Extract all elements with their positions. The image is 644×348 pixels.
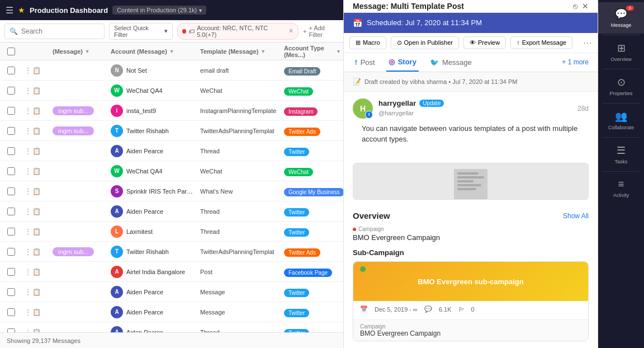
message-icon: 📋 xyxy=(32,268,41,276)
template-name: WeChat xyxy=(198,87,282,94)
more-actions-icon[interactable]: ⋮ xyxy=(25,208,31,215)
row-checkbox[interactable] xyxy=(7,248,15,256)
more-actions-icon[interactable]: ⋮ xyxy=(25,87,31,95)
author-section: H f harrygellar Update @harrygellar 28d … xyxy=(344,92,598,158)
table-row[interactable]: ⋮ 📋 ingrn sub... T Twitter Rishabh Twitt… xyxy=(0,242,343,262)
right-panel-message[interactable]: 0 💬 Message xyxy=(598,2,644,34)
message-panel: Message: Multi Template Post ⎋ ✕ 📅 Sched… xyxy=(344,0,598,348)
quick-filter-button[interactable]: Select Quick Filter ▾ xyxy=(109,23,173,40)
table-header: (Message) ▼ Account (Message) ▼ Template… xyxy=(0,43,343,60)
account-filter-tag[interactable]: 🏷 Account: NRC, NTC, NTC 5.0(+7) ✕ xyxy=(177,23,299,40)
message-icon: 📋 xyxy=(32,248,41,256)
right-panel-tasks[interactable]: ☰ Tasks xyxy=(598,139,644,170)
table-row[interactable]: ⋮ 📋 ingrn sub... i insta_test9 Instagram… xyxy=(0,101,343,121)
remove-filter-icon[interactable]: ✕ xyxy=(288,27,293,35)
template-name: Thread xyxy=(198,208,282,215)
table-row[interactable]: ⋮ 📋 S Sprinklr IRIS Tech Park,... What's… xyxy=(0,181,343,201)
template-name: What's New xyxy=(198,188,282,195)
avatar: W xyxy=(111,165,123,177)
table-row[interactable]: ⋮ 📋 A Aiden Pearce Message Twitter xyxy=(0,282,343,302)
right-panel-overview[interactable]: ⊞ Overview xyxy=(598,36,644,68)
more-actions-icon[interactable]: ⋮ xyxy=(25,127,31,135)
more-actions-icon[interactable]: ⋮ xyxy=(25,147,31,155)
more-actions-icon[interactable]: ⋮ xyxy=(25,107,31,115)
row-checkbox[interactable] xyxy=(7,167,15,175)
more-actions-icon[interactable]: ⋮ xyxy=(25,248,31,256)
table-row[interactable]: ⋮ 📋 N Not Set email draft Email Draft xyxy=(0,60,343,81)
select-all-checkbox[interactable] xyxy=(7,48,15,55)
table-row[interactable]: ⋮ 📋 W WeChat QA4 WeChat WeChat xyxy=(0,161,343,181)
show-all-button[interactable]: Show All xyxy=(563,212,589,220)
tab-message[interactable]: 🐦 Message xyxy=(428,54,474,71)
content-selector[interactable]: Content in Production (29.1k) ▾ xyxy=(112,6,206,15)
story-icon: ◎ xyxy=(389,58,395,66)
message-tabs: f Post ◎ Story 🐦 Message + 1 more xyxy=(344,53,598,72)
row-checkbox[interactable] xyxy=(7,107,15,115)
more-tabs-button[interactable]: + 1 more xyxy=(562,58,589,66)
overview-title: Overview xyxy=(353,211,390,220)
template-name: TwitterAdsPlanningTemplat xyxy=(198,128,282,134)
export-button[interactable]: ↑ Export Message xyxy=(510,36,572,49)
account-name: Laxmitest xyxy=(126,228,153,235)
table-row[interactable]: ⋮ 📋 A Aiden Pearce Thread Twitter xyxy=(0,141,343,161)
macro-button[interactable]: ⊞ Macro xyxy=(349,36,386,49)
more-actions-icon[interactable]: ⋮ xyxy=(25,187,31,195)
table-row[interactable]: ⋮ 📋 W WeChat QA4 WeChat WeChat xyxy=(0,81,343,101)
more-actions-icon[interactable]: ⋮ xyxy=(25,328,31,333)
collaborate-icon: 👥 xyxy=(615,110,627,123)
right-panel-collaborate[interactable]: 👥 Collaborate xyxy=(598,105,644,136)
table-row[interactable]: ⋮ 📋 L Laxmitest Thread Twitter xyxy=(0,222,343,242)
more-actions-icon[interactable]: ⋮ xyxy=(25,308,31,316)
sub-campaign-card[interactable]: BMO Evergreen sub-campaign 📅 Dec 5, 2019… xyxy=(353,261,589,341)
search-input[interactable] xyxy=(21,27,100,35)
activity-icon: ≡ xyxy=(618,178,624,190)
row-checkbox[interactable] xyxy=(7,308,15,316)
more-actions-icon[interactable]: ⋮ xyxy=(25,167,31,175)
star-icon[interactable]: ★ xyxy=(18,6,25,15)
row-checkbox[interactable] xyxy=(7,67,15,74)
table-row[interactable]: ⋮ 📋 A Aiden Pearce Thread Twitter xyxy=(0,322,343,332)
search-box[interactable]: 🔍 xyxy=(4,23,105,39)
sort-icon: ▼ xyxy=(261,49,266,54)
table-row[interactable]: ⋮ 📋 A Airtel India Bangalore Post Facebo… xyxy=(0,262,343,282)
active-status-icon xyxy=(360,266,366,272)
account-name: Twitter Rishabh xyxy=(126,128,169,134)
account-name: Not Set xyxy=(126,67,147,74)
more-actions-icon[interactable]: ⋮ xyxy=(25,288,31,296)
macro-icon: ⊞ xyxy=(356,39,361,46)
account-type-badge: Twitter xyxy=(284,228,309,237)
share-icon[interactable]: ⎋ xyxy=(573,2,577,11)
badge-count: 0 xyxy=(626,6,634,11)
tab-story[interactable]: ◎ Story xyxy=(386,53,419,72)
divider xyxy=(603,137,640,138)
right-panel-activity[interactable]: ≡ Activity xyxy=(598,173,644,204)
row-checkbox[interactable] xyxy=(7,147,15,155)
sort-icon: ▼ xyxy=(169,49,174,54)
table-row[interactable]: ⋮ 📋 ingrn sub... T Twitter Rishabh Twitt… xyxy=(0,121,343,141)
more-actions-icon[interactable]: ⋮ xyxy=(25,228,31,236)
right-panel-properties[interactable]: ⊙ Properties xyxy=(598,70,644,102)
open-publisher-button[interactable]: ⊙ Open in Publisher xyxy=(391,36,459,49)
row-checkbox[interactable] xyxy=(7,228,15,236)
table-row[interactable]: ⋮ 📋 A Aiden Pearce Message Twitter xyxy=(0,302,343,322)
close-icon[interactable]: ✕ xyxy=(582,2,589,11)
row-checkbox[interactable] xyxy=(7,127,15,135)
row-checkbox[interactable] xyxy=(7,328,15,333)
tab-post[interactable]: f Post xyxy=(353,54,377,71)
right-panel-label: Properties xyxy=(609,91,632,96)
more-options-icon[interactable]: ⋯ xyxy=(583,37,592,48)
red-dot-icon xyxy=(182,29,187,34)
menu-icon[interactable]: ☰ xyxy=(6,5,13,16)
calendar-icon: 📅 xyxy=(360,305,368,313)
preview-button[interactable]: 👁 Preview xyxy=(463,36,506,49)
row-checkbox[interactable] xyxy=(7,187,15,195)
row-checkbox[interactable] xyxy=(7,87,15,95)
row-checkbox[interactable] xyxy=(7,268,15,276)
table-row[interactable]: ⋮ 📋 A Aiden Pearce Thread Twitter xyxy=(0,201,343,222)
row-checkbox[interactable] xyxy=(7,208,15,215)
more-actions-icon[interactable]: ⋮ xyxy=(25,67,31,74)
campaign-label: Campaign xyxy=(353,226,589,232)
add-filter-button[interactable]: + + Add Filter xyxy=(303,25,339,38)
more-actions-icon[interactable]: ⋮ xyxy=(25,268,31,276)
row-checkbox[interactable] xyxy=(7,288,15,296)
